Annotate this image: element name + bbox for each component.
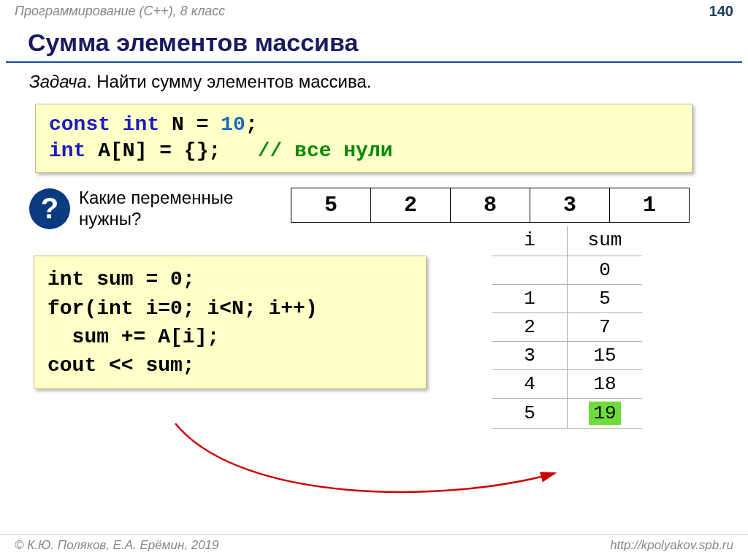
for-rest: ; i<N; i++) xyxy=(183,297,318,320)
sum-assign: sum = xyxy=(96,268,170,291)
cell-sum: 7 xyxy=(568,313,643,342)
paren-open: ( xyxy=(84,297,96,320)
semi-2: ; xyxy=(183,268,195,291)
array-cell: 2 xyxy=(371,188,451,222)
literal-0a: 0 xyxy=(170,268,183,291)
cell-sum: 0 xyxy=(568,256,643,285)
array-cell: 8 xyxy=(451,188,530,222)
th-sum: sum xyxy=(568,226,643,256)
code-block-sum: int sum = 0; for(int i=0; i<N; i++) sum … xyxy=(34,256,427,389)
cell-i: 3 xyxy=(492,342,568,370)
array-cell: 5 xyxy=(291,188,371,222)
final-sum-highlight: 19 xyxy=(589,402,620,425)
task-text: . Найти сумму элементов массива. xyxy=(87,72,372,91)
semicolon-1: ; xyxy=(245,113,258,136)
trace-table: i sum 0 15 27 315 418 519 xyxy=(492,226,642,429)
task-line: Задача. Найти сумму элементов массива. xyxy=(0,70,748,99)
sum-plus-eq: sum += A[i]; xyxy=(72,326,220,348)
cell-i: 2 xyxy=(492,313,568,342)
cell-sum: 18 xyxy=(568,370,643,399)
kw-int: int xyxy=(49,139,85,162)
array-cell: 1 xyxy=(610,188,689,222)
array-cell: 3 xyxy=(530,188,610,222)
cell-i: 4 xyxy=(492,370,568,399)
table-row: 315 xyxy=(492,342,642,370)
cell-sum-final: 19 xyxy=(568,399,643,429)
task-label: Задача xyxy=(29,72,87,91)
i-eq: i= xyxy=(134,297,170,320)
table-row: 15 xyxy=(492,285,642,313)
cell-sum: 15 xyxy=(568,342,643,370)
slide-header: Программирование (C++), 8 класс 140 xyxy=(0,0,748,21)
question-bubble: ? Какие переменные нужны? xyxy=(29,188,269,230)
table-row: 519 xyxy=(492,399,642,429)
table-row: 0 xyxy=(492,256,642,285)
cout-line: cout << sum; xyxy=(47,354,195,377)
th-i: i xyxy=(492,226,568,256)
url: http://kpolyakov.spb.ru xyxy=(610,538,733,553)
kw-int-3: int xyxy=(96,297,133,320)
comment-all-zeros: // все нули xyxy=(258,139,393,162)
table-row: 27 xyxy=(492,313,642,342)
ident-N: N xyxy=(172,113,184,136)
cell-i: 1 xyxy=(492,285,568,313)
code-block-declaration: const int N = 10; int A[N] = {}; // все … xyxy=(35,104,692,173)
literal-10: 10 xyxy=(221,113,245,136)
slide-footer: © К.Ю. Поляков, Е.А. Ерёмин, 2019 http:/… xyxy=(0,534,748,556)
array-values: 5 2 8 3 1 xyxy=(291,188,690,223)
cell-i xyxy=(492,256,568,285)
copyright: © К.Ю. Поляков, Е.А. Ерёмин, 2019 xyxy=(15,538,219,553)
kw-for: for xyxy=(47,297,84,320)
equals: = xyxy=(196,113,209,136)
kw-const-int: const int xyxy=(49,113,159,136)
cell-i: 5 xyxy=(492,399,568,429)
cell-sum: 5 xyxy=(568,285,643,313)
page-number: 140 xyxy=(709,3,733,20)
array-decl: A[N] = {}; xyxy=(98,139,221,162)
slide-title: Сумма элементов массива xyxy=(6,21,742,63)
question-mark-icon: ? xyxy=(29,188,70,229)
table-row: 418 xyxy=(492,370,642,399)
literal-0b: 0 xyxy=(170,297,183,320)
course-label: Программирование (C++), 8 класс xyxy=(15,4,225,19)
kw-int-2: int xyxy=(47,268,84,291)
question-text: Какие переменные нужны? xyxy=(79,188,269,230)
